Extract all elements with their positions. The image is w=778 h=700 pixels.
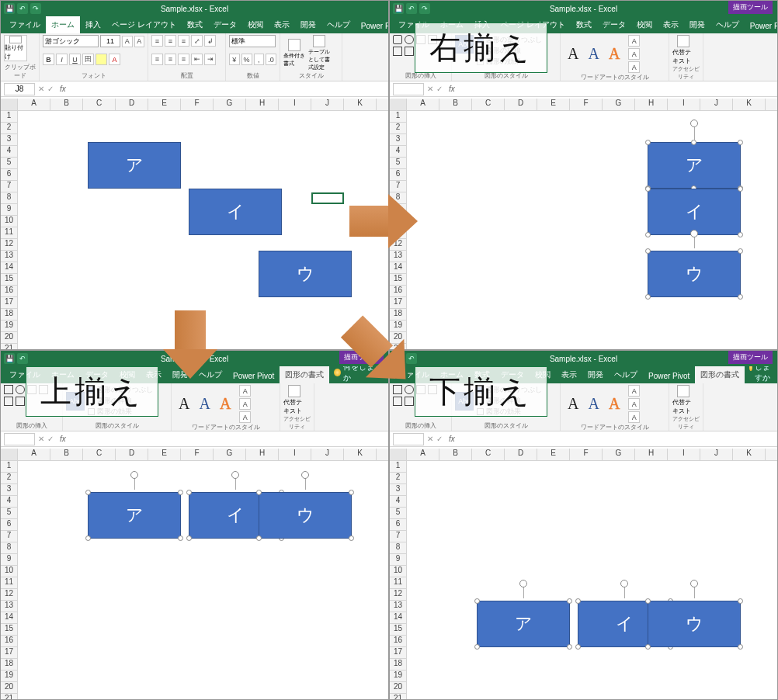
- row-21[interactable]: 21: [1, 694, 18, 700]
- col-J[interactable]: J: [700, 99, 733, 110]
- fx-icon[interactable]: fx: [446, 85, 458, 93]
- wordart-preset-3[interactable]: A: [605, 395, 623, 413]
- oval-icon[interactable]: [405, 35, 414, 44]
- handle-nw[interactable]: [85, 490, 91, 495]
- row-2[interactable]: 2: [1, 473, 18, 484]
- handle-ne[interactable]: [178, 490, 183, 495]
- handle-ne[interactable]: [738, 140, 743, 145]
- row-13[interactable]: 13: [1, 601, 18, 612]
- select-all-corner[interactable]: [390, 449, 407, 460]
- row-7[interactable]: 7: [1, 531, 18, 542]
- col-J[interactable]: J: [311, 99, 344, 110]
- grid-area[interactable]: ア イ ウ: [18, 461, 388, 699]
- row-5[interactable]: 5: [1, 158, 18, 169]
- row-4[interactable]: 4: [1, 146, 18, 158]
- select-all-corner[interactable]: [1, 449, 18, 460]
- wordart-preset-1[interactable]: A: [564, 395, 582, 413]
- handle-nw[interactable]: [645, 186, 651, 192]
- rotation-handle[interactable]: [130, 471, 138, 479]
- row-16[interactable]: 16: [1, 636, 18, 647]
- row-2[interactable]: 2: [1, 123, 18, 134]
- row-3[interactable]: 3: [1, 134, 18, 146]
- col-F[interactable]: F: [181, 99, 214, 110]
- shape-u[interactable]: ウ: [259, 492, 352, 539]
- handle-sw[interactable]: [645, 232, 651, 237]
- alt-text-button[interactable]: 代替テキスト: [672, 385, 694, 415]
- number-format-select[interactable]: [229, 35, 276, 47]
- decrease-indent-icon[interactable]: ⇤: [191, 54, 203, 65]
- tab-file[interactable]: ファイル: [4, 16, 46, 33]
- arrow-icon[interactable]: [393, 397, 402, 406]
- col-H[interactable]: H: [246, 99, 279, 110]
- tab-review[interactable]: 校閲: [631, 16, 658, 33]
- fx-icon[interactable]: fx: [57, 435, 69, 443]
- row-2[interactable]: 2: [390, 123, 407, 134]
- shape-a[interactable]: ア: [88, 142, 181, 189]
- row-2[interactable]: 2: [390, 473, 407, 484]
- tab-powerpivot[interactable]: Power Pivot: [745, 19, 778, 33]
- col-D[interactable]: D: [116, 449, 148, 460]
- row-5[interactable]: 5: [390, 508, 407, 519]
- row-13[interactable]: 13: [390, 601, 407, 612]
- col-I[interactable]: I: [668, 99, 700, 110]
- active-cell[interactable]: [311, 192, 344, 204]
- underline-button[interactable]: U: [69, 54, 81, 65]
- tab-help[interactable]: ヘルプ: [321, 16, 356, 33]
- row-17[interactable]: 17: [1, 647, 18, 659]
- wordart-preset-2[interactable]: A: [584, 395, 603, 413]
- shape-a[interactable]: ア: [648, 142, 741, 189]
- tab-data[interactable]: データ: [208, 16, 242, 33]
- currency-icon[interactable]: ¥: [229, 54, 240, 65]
- row-18[interactable]: 18: [390, 659, 407, 671]
- col-D[interactable]: D: [505, 99, 537, 110]
- tab-shape-format[interactable]: 図形の書式: [695, 366, 745, 383]
- row-11[interactable]: 11: [1, 227, 18, 239]
- row-1[interactable]: 1: [1, 111, 18, 123]
- text-effects-icon[interactable]: A: [239, 411, 251, 423]
- star-icon[interactable]: [405, 397, 414, 406]
- grid-area[interactable]: ア イ ウ: [407, 111, 777, 349]
- conditional-formatting-button[interactable]: 条件付き書式: [283, 39, 305, 68]
- row-10[interactable]: 10: [1, 216, 18, 227]
- col-C[interactable]: C: [83, 449, 116, 460]
- text-outline-icon[interactable]: A: [628, 398, 640, 410]
- handle-n[interactable]: [691, 140, 696, 145]
- col-B[interactable]: B: [50, 449, 83, 460]
- italic-button[interactable]: I: [56, 54, 68, 65]
- handle-ne[interactable]: [567, 598, 572, 604]
- col-D[interactable]: D: [505, 449, 537, 460]
- col-A[interactable]: A: [407, 449, 439, 460]
- grid-area[interactable]: ア イ ウ: [407, 461, 777, 699]
- font-color-button[interactable]: A: [109, 54, 120, 65]
- text-fill-icon[interactable]: A: [239, 385, 251, 397]
- handle-nw[interactable]: [474, 598, 480, 604]
- tab-powerpivot[interactable]: Power Pivot: [227, 369, 280, 383]
- format-as-table-button[interactable]: テーブルとして書式設定: [308, 35, 330, 71]
- align-bottom-icon[interactable]: ≡: [178, 35, 189, 47]
- row-8[interactable]: 8: [1, 542, 18, 554]
- tab-view[interactable]: 表示: [658, 16, 684, 33]
- row-21[interactable]: 21: [390, 694, 407, 700]
- shape-u[interactable]: ウ: [259, 251, 352, 297]
- col-K[interactable]: K: [733, 449, 766, 460]
- cancel-icon[interactable]: ✕: [427, 435, 433, 443]
- handle-sw[interactable]: [645, 294, 651, 300]
- col-K[interactable]: K: [733, 99, 766, 110]
- row-15[interactable]: 15: [1, 274, 18, 286]
- tab-powerpivot[interactable]: Power Pivot: [643, 369, 695, 383]
- tab-help[interactable]: ヘルプ: [710, 16, 745, 33]
- font-name-select[interactable]: [43, 35, 99, 47]
- row-3[interactable]: 3: [390, 484, 407, 496]
- increase-font-icon[interactable]: A: [122, 36, 133, 47]
- row-20[interactable]: 20: [1, 332, 18, 344]
- oval-icon[interactable]: [405, 385, 414, 394]
- wordart-preset-2[interactable]: A: [195, 395, 214, 413]
- row-10[interactable]: 10: [390, 566, 407, 577]
- text-effects-icon[interactable]: A: [628, 411, 640, 423]
- handle-sw[interactable]: [85, 535, 91, 541]
- row-14[interactable]: 14: [1, 262, 18, 274]
- col-G[interactable]: G: [214, 449, 246, 460]
- col-G[interactable]: G: [603, 99, 635, 110]
- enter-icon[interactable]: ✓: [436, 435, 443, 443]
- handle-se[interactable]: [349, 535, 354, 541]
